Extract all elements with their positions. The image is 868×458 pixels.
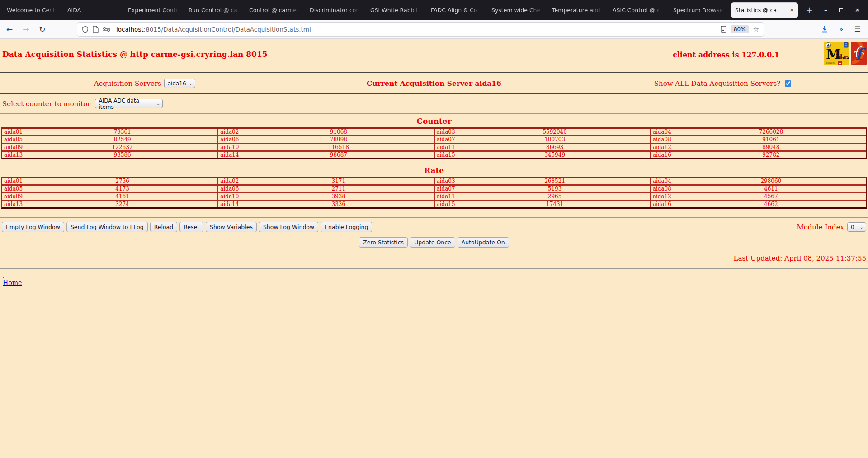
server-name: aida14 bbox=[218, 201, 244, 207]
bookmark-star-icon[interactable]: ☆ bbox=[753, 25, 759, 33]
stat-value: 4662 bbox=[676, 201, 866, 207]
server-name: aida14 bbox=[218, 152, 244, 158]
module-index-select[interactable]: 0 ⌄ bbox=[847, 222, 866, 232]
tab-label: AIDA bbox=[67, 7, 120, 14]
url-path: :8015/DataAcquisitionControl/DataAcquisi… bbox=[144, 26, 311, 33]
stat-value: 2711 bbox=[244, 186, 433, 192]
tab-label: GSI White Rabbit bbox=[370, 7, 423, 14]
page-content: Data Acquisition Statistics @ http carme… bbox=[0, 39, 868, 458]
nav-buttons: ← → ↻ bbox=[0, 25, 77, 34]
new-tab-button[interactable]: + bbox=[806, 6, 813, 14]
empty-log-window-button[interactable]: Empty Log Window bbox=[2, 222, 64, 232]
home-link[interactable]: Home bbox=[3, 279, 22, 286]
reader-mode-icon[interactable] bbox=[721, 26, 726, 33]
server-name: aida15 bbox=[435, 152, 460, 158]
permissions-icon[interactable] bbox=[103, 27, 110, 32]
window-maximize-icon[interactable] bbox=[839, 8, 843, 12]
stat-cell-aida04: aida047266028 bbox=[651, 129, 866, 135]
tab-label: Spectrum Browse bbox=[673, 7, 726, 14]
rate-table: aida012756aida023171aida03268521aida0429… bbox=[1, 177, 867, 209]
tab[interactable]: FADC Align & Co bbox=[427, 0, 487, 20]
reset-button[interactable]: Reset bbox=[179, 222, 203, 232]
stat-cell-aida01: aida012756 bbox=[2, 178, 218, 184]
stat-row: aida1393586aida1498687aida15345949aida16… bbox=[2, 152, 866, 158]
back-icon[interactable]: ← bbox=[6, 25, 13, 34]
autoupdate-on-button[interactable]: AutoUpdate On bbox=[458, 237, 509, 248]
tab[interactable]: ASIC Control @ c bbox=[609, 0, 669, 20]
stat-value: 268521 bbox=[460, 178, 650, 184]
stat-row: aida09122632aida10116518aida1186693aida1… bbox=[2, 144, 866, 152]
tab[interactable]: Discriminator con bbox=[306, 0, 366, 20]
page-title: Data Acquisition Statistics @ http carme… bbox=[2, 50, 268, 59]
stat-value: 17431 bbox=[460, 201, 650, 207]
server-name: aida04 bbox=[651, 129, 676, 135]
show-variables-button[interactable]: Show Variables bbox=[206, 222, 257, 232]
toolbar-right: » ☰ bbox=[821, 25, 868, 33]
tab[interactable]: AIDA bbox=[63, 0, 124, 20]
show-log-window-button[interactable]: Show Log Window bbox=[259, 222, 318, 232]
update-once-button[interactable]: Update Once bbox=[410, 237, 455, 248]
acquisition-server-select[interactable]: aida16 ⌄ bbox=[164, 79, 195, 88]
stat-row: aida0179361aida0291068aida035592040aida0… bbox=[2, 129, 866, 136]
url-bar[interactable]: localhost:8015/DataAcquisitionControl/Da… bbox=[77, 22, 764, 37]
server-name: aida13 bbox=[2, 152, 28, 158]
zoom-level-badge[interactable]: 80% bbox=[731, 25, 749, 33]
stat-cell-aida13: aida1393586 bbox=[2, 152, 218, 158]
stat-value: 4567 bbox=[676, 193, 866, 200]
tab-label: Experiment Contr bbox=[128, 7, 180, 14]
tab-label: Control @ carme bbox=[249, 7, 302, 14]
tab-strip: Welcome to CentAIDAExperiment ContrRun C… bbox=[3, 0, 799, 20]
menu-hamburger-icon[interactable]: ☰ bbox=[854, 25, 861, 33]
enable-logging-button[interactable]: Enable Logging bbox=[321, 222, 372, 232]
stat-cell-aida14: aida1498687 bbox=[218, 152, 434, 158]
server-name: aida11 bbox=[435, 193, 460, 200]
stat-cell-aida08: aida0891061 bbox=[651, 136, 866, 143]
server-name: aida11 bbox=[435, 144, 460, 150]
url-text[interactable]: localhost:8015/DataAcquisitionControl/Da… bbox=[116, 26, 717, 33]
counter-type-select[interactable]: AIDA ADC data items ⌄ bbox=[95, 99, 163, 108]
stat-cell-aida06: aida0678998 bbox=[218, 136, 434, 143]
svg-text:proud to: proud to bbox=[826, 61, 835, 65]
forward-icon[interactable]: → bbox=[23, 25, 29, 34]
tab[interactable]: Experiment Contr bbox=[124, 0, 184, 20]
server-name: aida16 bbox=[651, 152, 676, 158]
stat-row: aida133274aida143336aida1517431aida16466… bbox=[2, 201, 866, 207]
tab[interactable]: Control @ carme bbox=[245, 0, 306, 20]
show-all-checkbox[interactable] bbox=[785, 80, 791, 87]
counter-table: aida0179361aida0291068aida035592040aida0… bbox=[1, 127, 867, 159]
acquisition-server-value: aida16 bbox=[168, 80, 186, 87]
stat-value: 78998 bbox=[244, 136, 433, 143]
tab[interactable]: Spectrum Browse bbox=[669, 0, 730, 20]
overflow-chevrons-icon[interactable]: » bbox=[839, 25, 844, 33]
tab[interactable]: Welcome to Cent bbox=[3, 0, 63, 20]
server-name: aida15 bbox=[435, 201, 460, 207]
server-name: aida07 bbox=[435, 136, 460, 143]
reload-icon[interactable]: ↻ bbox=[39, 25, 46, 34]
server-name: aida03 bbox=[435, 129, 460, 135]
send-log-window-to-elog-button[interactable]: Send Log Window to ELog bbox=[66, 222, 148, 232]
module-index-label: Module Index bbox=[797, 223, 844, 231]
footer-dot: . bbox=[0, 275, 868, 278]
window-close-icon[interactable]: ✕ bbox=[855, 7, 860, 14]
stat-cell-aida13: aida133274 bbox=[2, 201, 218, 207]
tab[interactable]: Run Control @ ca bbox=[184, 0, 245, 20]
server-name: aida01 bbox=[2, 129, 28, 135]
server-name: aida12 bbox=[651, 193, 676, 200]
server-name: aida16 bbox=[651, 201, 676, 207]
tab[interactable]: System wide Che bbox=[487, 0, 548, 20]
downloads-icon[interactable] bbox=[821, 26, 828, 33]
chevron-down-icon: ⌄ bbox=[860, 224, 863, 229]
tab[interactable]: GSI White Rabbit bbox=[366, 0, 427, 20]
page-info-icon[interactable] bbox=[93, 26, 99, 33]
stat-value: 2756 bbox=[28, 178, 217, 184]
stat-value: 3171 bbox=[244, 178, 433, 184]
servers-row: Acquisition Servers aida16 ⌄ Current Acq… bbox=[0, 73, 868, 93]
window-minimize-icon[interactable]: – bbox=[824, 6, 827, 14]
shield-icon[interactable] bbox=[82, 26, 89, 33]
zero-statistics-button[interactable]: Zero Statistics bbox=[359, 237, 408, 248]
reload-button[interactable]: Reload bbox=[150, 222, 178, 232]
stat-value: 91061 bbox=[676, 136, 866, 143]
tab[interactable]: Temperature and bbox=[548, 0, 609, 20]
tab-close-icon[interactable]: ✕ bbox=[790, 7, 794, 13]
tab-active[interactable]: Statistics @ ca✕ bbox=[731, 2, 798, 18]
